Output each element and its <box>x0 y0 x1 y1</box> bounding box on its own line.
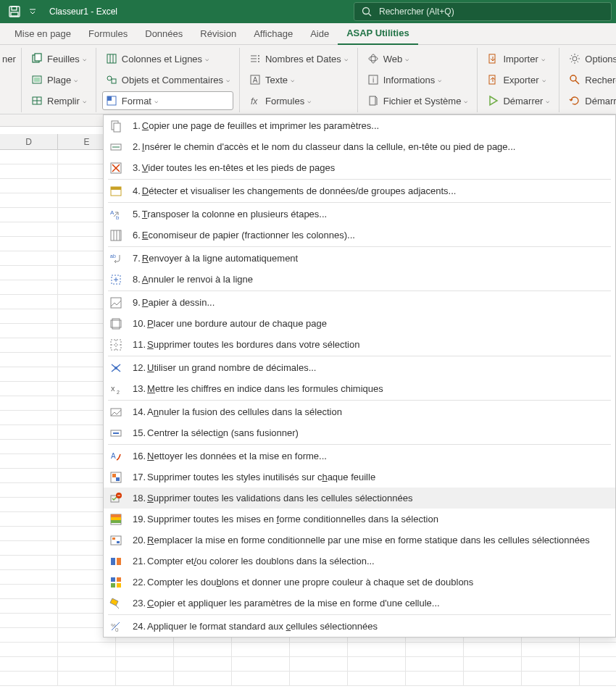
cell[interactable] <box>58 643 116 657</box>
cell[interactable] <box>0 614 58 628</box>
cell[interactable] <box>522 643 580 657</box>
menu-item-15[interactable]: 15. Centrer la sélection (sans fusionner… <box>104 422 615 443</box>
cell[interactable] <box>58 657 116 672</box>
cell[interactable] <box>0 585 58 599</box>
menu-item-12[interactable]: 12. Utiliser un grand nombre de décimale… <box>104 357 615 378</box>
tab-aide[interactable]: Aide <box>301 23 338 45</box>
menu-item-21[interactable]: 21. Compter et/ou colorer les doublons d… <box>104 551 615 572</box>
remplir-button[interactable]: Remplir⌵ <box>28 91 90 110</box>
options-asap-button[interactable]: Options ASAP Uti <box>565 49 616 68</box>
objets-commentaires-button[interactable]: Objets et Commentaires⌵ <box>102 70 233 89</box>
menu-item-24[interactable]: %024. Appliquer le format standard aux c… <box>104 616 615 637</box>
cell[interactable] <box>116 672 174 686</box>
cell[interactable] <box>0 527 58 541</box>
cell[interactable] <box>580 672 616 686</box>
cell[interactable] <box>0 541 58 556</box>
cell[interactable] <box>290 643 348 657</box>
cell[interactable] <box>0 469 58 483</box>
cell[interactable] <box>0 411 58 425</box>
menu-item-16[interactable]: A16. Nettoyer les données et la mise en … <box>104 446 615 467</box>
cell[interactable] <box>348 657 406 672</box>
menu-item-13[interactable]: x213. Mettre les chiffres en indice dans… <box>104 378 615 399</box>
partial-button[interactable]: ner <box>3 49 15 68</box>
formules-button[interactable]: fxFormules⌵ <box>246 91 351 110</box>
web-button[interactable]: Web⌵ <box>364 49 472 68</box>
cell[interactable] <box>0 425 58 440</box>
cell[interactable] <box>232 643 290 657</box>
cell[interactable] <box>0 324 58 338</box>
cell[interactable] <box>0 266 58 280</box>
cell[interactable] <box>232 672 290 686</box>
fichier-systeme-button[interactable]: Fichier et Système⌵ <box>364 91 472 110</box>
demarrer-dernier-button[interactable]: Démarrez dernier <box>565 91 616 110</box>
menu-item-6[interactable]: 6. Economiseur de papier (fractionner le… <box>104 225 615 246</box>
menu-item-10[interactable]: 10. Placer une bordure autour de chaque … <box>104 313 615 334</box>
cell[interactable] <box>0 657 58 672</box>
cell[interactable] <box>0 382 58 396</box>
cell[interactable] <box>406 643 464 657</box>
save-icon[interactable] <box>9 6 20 17</box>
tab-formules[interactable]: Formules <box>80 23 136 45</box>
menu-item-2[interactable]: 2. Insérer le chemin d'accès et le nom d… <box>104 136 615 157</box>
cell[interactable] <box>0 150 58 164</box>
menu-item-20[interactable]: 20. Remplacer la mise en forme condition… <box>104 530 615 551</box>
cell[interactable] <box>0 643 58 657</box>
search-box[interactable]: Rechercher (Alt+Q) <box>354 2 612 21</box>
cell[interactable] <box>0 599 58 614</box>
cell[interactable] <box>0 556 58 570</box>
menu-item-9[interactable]: 9. Papier à dessin... <box>104 292 615 313</box>
cell[interactable] <box>174 657 232 672</box>
cell[interactable] <box>0 179 58 193</box>
cell[interactable] <box>174 643 232 657</box>
cell[interactable] <box>0 222 58 237</box>
cell[interactable] <box>0 280 58 295</box>
cell[interactable] <box>0 309 58 324</box>
cell[interactable] <box>0 483 58 498</box>
cell[interactable] <box>464 657 522 672</box>
cell[interactable] <box>580 643 616 657</box>
colonnes-lignes-button[interactable]: Colonnes et Lignes⌵ <box>102 49 233 68</box>
column-header[interactable]: D <box>0 134 58 149</box>
cell[interactable] <box>464 643 522 657</box>
cell[interactable] <box>290 657 348 672</box>
importer-button[interactable]: Importer⌵ <box>483 49 553 68</box>
cell[interactable] <box>0 237 58 251</box>
feuilles-button[interactable]: Feuilles⌵ <box>28 49 90 68</box>
plage-button[interactable]: Plage⌵ <box>28 70 90 89</box>
cell[interactable] <box>0 672 58 686</box>
cell[interactable] <box>0 208 58 222</box>
cell[interactable] <box>348 672 406 686</box>
cell[interactable] <box>58 672 116 686</box>
cell[interactable] <box>0 338 58 353</box>
tab-mise-en-page[interactable]: Mise en page <box>6 23 80 45</box>
cell[interactable] <box>522 672 580 686</box>
menu-item-7[interactable]: ab7. Renvoyer à la ligne automatiquement <box>104 248 615 269</box>
tab-données[interactable]: Données <box>136 23 191 45</box>
cell[interactable] <box>0 628 58 643</box>
cell[interactable] <box>0 251 58 266</box>
informations-button[interactable]: iInformations⌵ <box>364 70 472 89</box>
menu-item-22[interactable]: 22. Compter les doublons et donner une p… <box>104 572 615 593</box>
menu-item-18[interactable]: 18. Supprimer toutes les validations dan… <box>104 488 615 509</box>
menu-item-14[interactable]: 14. Annuler la fusion des cellules dans … <box>104 401 615 422</box>
cell[interactable] <box>0 164 58 179</box>
cell[interactable] <box>348 643 406 657</box>
cell[interactable] <box>0 396 58 411</box>
tab-affichage[interactable]: Affichage <box>245 23 301 45</box>
cell[interactable] <box>232 657 290 672</box>
cell[interactable] <box>522 657 580 672</box>
menu-item-11[interactable]: 11. Supprimer toutes les bordures dans v… <box>104 334 615 355</box>
qat-dropdown-icon[interactable] <box>29 0 36 23</box>
menu-item-23[interactable]: 23. Copier et appliquer les paramètres d… <box>104 593 615 614</box>
menu-item-1[interactable]: 1. Copier une page de feuilles et imprim… <box>104 115 615 136</box>
tab-asap-utilities[interactable]: ASAP Utilities <box>338 23 417 45</box>
cell[interactable] <box>580 657 616 672</box>
cell[interactable] <box>0 367 58 382</box>
menu-item-8[interactable]: 8. Annuler le renvoi à la ligne <box>104 269 615 290</box>
cell[interactable] <box>0 440 58 454</box>
cell[interactable] <box>0 193 58 208</box>
cell[interactable] <box>174 672 232 686</box>
nombres-dates-button[interactable]: Nombres et Dates⌵ <box>246 49 351 68</box>
format-button[interactable]: Format⌵ <box>102 91 233 110</box>
menu-item-19[interactable]: 19. Supprimer toutes les mises en forme … <box>104 509 615 530</box>
